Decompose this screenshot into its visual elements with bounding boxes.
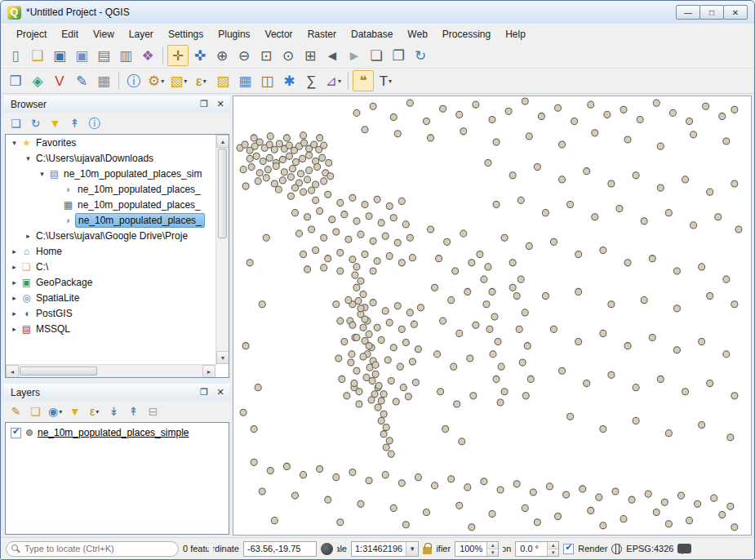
layer-item[interactable]: ne_10m_populated_places_simple (6, 424, 229, 441)
menu-web[interactable]: Web (400, 25, 434, 43)
browser-item-geopackage[interactable]: ▸▣GeoPackage (6, 274, 215, 290)
scroll-left-icon[interactable]: ◄ (6, 365, 19, 378)
close-button[interactable]: ✕ (723, 5, 748, 20)
select-by-expression-button[interactable]: ε▾ (190, 70, 211, 91)
dropdown-arrow-icon[interactable]: ▾ (161, 78, 164, 85)
remove-layer-button[interactable]: ⊟ (144, 402, 162, 421)
menu-plugins[interactable]: Plugins (211, 25, 257, 43)
crs-icon[interactable] (611, 544, 622, 554)
browser-item-google-drive[interactable]: ▸C:\Users\ujaval\Google Drive\Proje (6, 228, 215, 243)
measure-line-button[interactable]: ⊿▾ (322, 70, 344, 91)
messages-icon[interactable] (677, 544, 691, 553)
maximize-button[interactable]: □ (699, 5, 724, 20)
new-temporary-scratch-layer-button[interactable]: ▦ (93, 70, 114, 91)
scroll-thumb[interactable] (218, 149, 227, 238)
add-vector-layer-button[interactable]: ◈ (27, 70, 48, 91)
zoom-to-layer-button[interactable]: ⊞ (300, 45, 321, 66)
refresh-map-button[interactable]: ↻ (410, 45, 431, 66)
expand-arrow-icon[interactable]: ▸ (9, 294, 20, 302)
browser-item-postgis[interactable]: ▸◖PostGIS (6, 305, 215, 321)
spin-up-icon[interactable]: ▲ (548, 542, 558, 549)
browser-item-mssql[interactable]: ▸▤MSSQL (6, 321, 215, 336)
filter-browser-button[interactable]: ▼ (46, 114, 64, 133)
menu-vector[interactable]: Vector (258, 25, 300, 43)
menu-project[interactable]: Project (9, 25, 54, 43)
show-layout-manager-button[interactable]: ▥ (115, 45, 136, 66)
browser-item-favorites[interactable]: ▾★Favorites (6, 135, 215, 150)
scroll-down-icon[interactable]: ▼ (216, 351, 229, 364)
zoom-next-button[interactable]: ► (344, 45, 365, 66)
locate-bar[interactable] (6, 541, 179, 557)
zoom-out-button[interactable]: ⊖ (233, 45, 255, 66)
spin-up-icon[interactable]: ▲ (487, 542, 498, 549)
scroll-right-icon[interactable]: ► (202, 365, 215, 378)
save-project-as-button[interactable]: ▣ (71, 45, 92, 66)
dropdown-arrow-icon[interactable]: ▾ (184, 78, 187, 85)
browser-item-downloads[interactable]: ▾C:\Users\ujaval\Downloads (6, 150, 215, 166)
extents-toggle-icon[interactable] (321, 543, 333, 555)
zoom-full-button[interactable]: ⊡ (255, 45, 277, 66)
field-calculator-button[interactable]: ◫ (256, 70, 278, 91)
style-manager-button[interactable]: ❖ (137, 45, 158, 66)
collapse-arrow-icon[interactable]: ▾ (37, 170, 47, 178)
zoom-in-button[interactable]: ⊕ (211, 45, 233, 66)
dropdown-arrow-icon[interactable]: ▾ (95, 408, 99, 416)
new-print-layout-button[interactable]: ▤ (93, 45, 114, 66)
horizontal-scrollbar[interactable]: ◄ ► (6, 364, 215, 377)
statistics-panel-button[interactable]: ∑ (300, 70, 322, 91)
new-map-view-button[interactable]: ❏ (366, 45, 387, 66)
map-canvas[interactable] (233, 96, 752, 536)
float-panel-icon[interactable]: ❐ (198, 387, 211, 398)
zoom-last-button[interactable]: ◄ (322, 45, 343, 66)
expand-all-button[interactable]: ↡ (104, 402, 123, 421)
new-3d-map-view-button[interactable]: ❐ (388, 45, 409, 66)
collapse-arrow-icon[interactable]: ▾ (9, 139, 20, 147)
expand-arrow-icon[interactable]: ▸ (9, 325, 20, 333)
filter-legend-button[interactable]: ▼ (65, 402, 84, 421)
new-geopackage-layer-button[interactable]: ✎ (71, 70, 92, 91)
lock-scale-icon[interactable] (423, 547, 432, 554)
properties-widget-button[interactable]: ⓘ (85, 114, 104, 133)
refresh-browser-button[interactable]: ↻ (26, 114, 45, 133)
dropdown-arrow-icon[interactable]: ▾ (59, 408, 62, 416)
open-project-button[interactable]: ❑ (27, 45, 48, 66)
manage-map-themes-button[interactable]: ◉▾ (46, 402, 64, 421)
expand-arrow-icon[interactable]: ▸ (9, 263, 20, 271)
menu-edit[interactable]: Edit (54, 25, 86, 43)
browser-item-home[interactable]: ▸⌂Home (6, 243, 215, 259)
open-attribute-table-button[interactable]: ▦ (234, 70, 255, 91)
rotation-spinbox[interactable]: 0.0 ° ▲ ▼ (515, 541, 559, 557)
coordinate-input[interactable] (243, 541, 317, 557)
select-features-button[interactable]: ▧▾ (167, 70, 189, 91)
new-shapefile-layer-button[interactable]: V (49, 70, 70, 91)
browser-item-dataset[interactable]: ▾▤ne_10m_populated_places_sim (6, 166, 215, 181)
new-project-button[interactable]: ▯ (5, 45, 26, 66)
scale-combo[interactable]: 1:31462196 ▼ (351, 541, 419, 557)
menu-processing[interactable]: Processing (435, 25, 498, 43)
expand-arrow-icon[interactable]: ▸ (9, 278, 20, 287)
identify-features-button[interactable]: ⓘ (123, 70, 144, 91)
locate-input[interactable] (6, 541, 179, 557)
map-tips-button[interactable]: ❝ (353, 70, 374, 91)
deselect-features-button[interactable]: ▨ (212, 70, 233, 91)
menu-raster[interactable]: Raster (300, 25, 344, 43)
open-layer-styling-button[interactable]: ✎ (7, 402, 25, 421)
save-project-button[interactable]: ▣ (49, 45, 70, 66)
zoom-to-selection-button[interactable]: ⊙ (278, 45, 299, 66)
expand-arrow-icon[interactable]: ▸ (23, 232, 33, 240)
pan-map-button[interactable]: ✛ (167, 45, 189, 66)
browser-item-layer-3[interactable]: ◗ne_10m_populated_places_ (6, 212, 215, 228)
scroll-up-icon[interactable]: ▲ (216, 135, 229, 148)
pan-to-selection-button[interactable]: ✜ (189, 45, 211, 66)
dropdown-arrow-icon[interactable]: ▾ (389, 78, 392, 85)
close-panel-icon[interactable]: ✕ (214, 387, 227, 398)
float-panel-icon[interactable]: ❐ (198, 99, 211, 109)
layer-visibility-checkbox[interactable] (11, 428, 21, 438)
scroll-thumb-h[interactable] (20, 367, 97, 376)
data-source-manager-button[interactable]: ❒ (5, 70, 26, 91)
browser-item-spatialite[interactable]: ▸◎SpatiaLite (6, 290, 215, 305)
collapse-arrow-icon[interactable]: ▾ (23, 154, 33, 162)
minimize-button[interactable]: — (676, 5, 700, 20)
magnifier-spinbox[interactable]: 100% ▲ ▼ (455, 541, 499, 557)
expand-arrow-icon[interactable]: ▸ (9, 309, 20, 318)
